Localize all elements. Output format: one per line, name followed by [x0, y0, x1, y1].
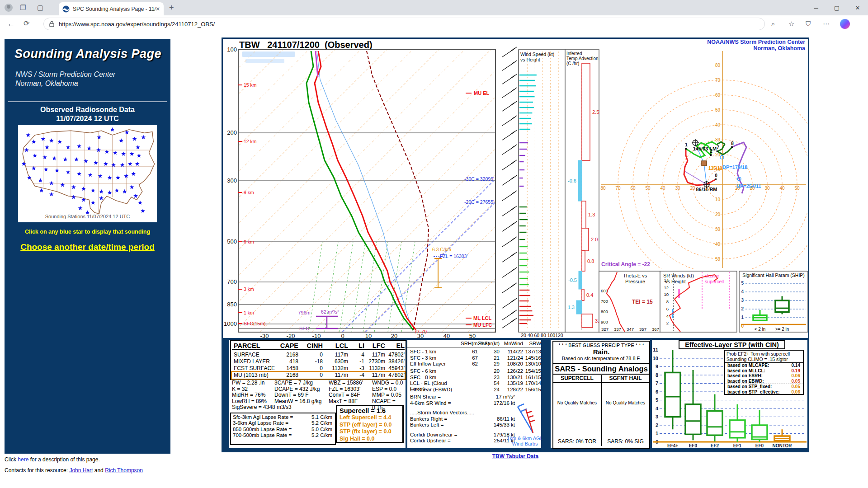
profile-avatar[interactable]: [5, 4, 13, 12]
footer-desc-post: for a description of this page.: [28, 456, 99, 463]
tab-group-icon[interactable]: ❐: [20, 4, 26, 11]
back-button[interactable]: ←: [7, 20, 15, 28]
parcel-header-cell: LFC: [365, 342, 386, 349]
tei-label: TEI = 15: [632, 299, 653, 305]
contact-john-hart-link[interactable]: John Hart: [69, 467, 93, 474]
parcel-header-cell: LCL: [324, 342, 349, 349]
collections-icon[interactable]: ⛉: [806, 20, 811, 27]
index-value: WBZ = 15886': [329, 380, 363, 386]
refresh-button[interactable]: ⟳: [24, 20, 29, 27]
index-value: MMP = 0.05: [372, 392, 406, 398]
supercell-box: Supercell = 1.6 Left Supercell = 4.4STP …: [336, 405, 404, 443]
kin-row: SFC - 3 km6721121/24145/16: [407, 355, 541, 361]
copilot-icon[interactable]: [840, 19, 850, 29]
vertical-tabs-icon[interactable]: ▢: [37, 4, 43, 11]
svg-text:-30: -30: [260, 333, 269, 338]
svg-text:0.4: 0.4: [586, 292, 593, 298]
svg-text:1: 1: [685, 142, 688, 147]
index-value: WNDG = 0.0: [372, 380, 406, 386]
svg-text:10: 10: [365, 333, 372, 338]
zoom-icon[interactable]: ⌕: [771, 20, 775, 27]
kin-header-cell: SRH(m2/s2): [461, 341, 478, 346]
svg-text:60: 60: [715, 93, 721, 98]
left-mover-label: 145/33 LM: [693, 146, 717, 151]
tab-close-icon[interactable]: ✕: [156, 6, 160, 12]
svg-text:300: 300: [227, 177, 237, 184]
choose-datetime-wrap: Choose another date/time period: [5, 242, 170, 252]
settings-ellipsis-icon[interactable]: ⋯: [823, 20, 830, 27]
mu-el-label: MU EL: [474, 90, 490, 96]
wind-panel-title1: Wind Speed (kt): [520, 52, 554, 57]
sidebar-header: Sounding Analysis Page NWS / Storm Predi…: [8, 42, 167, 102]
contact-rich-thompson-link[interactable]: Rich Thompson: [105, 467, 143, 474]
precip-value: Rain.: [553, 348, 649, 356]
window-minimize-button[interactable]: ─: [806, 0, 826, 15]
kinematics-header: SRH(m2/s2)Shear(kt)MnWindSRW: [407, 341, 541, 347]
bottom-tables: PARCELCAPECINHLCLLILFCEL SURFACE21680117…: [223, 338, 808, 451]
adv-title1: Inferred: [566, 51, 582, 56]
tab-title: SPC Sounding Analysis Page - 11/: [73, 6, 156, 12]
iso-m20-label: -20C = 27655': [464, 199, 494, 205]
choose-datetime-link[interactable]: Choose another date/time period: [20, 242, 155, 252]
lapse-rate-row: 3-6km Agl Lapse Rate =5.2 C/km: [231, 420, 335, 426]
description-link[interactable]: here: [18, 456, 28, 463]
kin-row: SFC - 1 km6130114/22137/13: [407, 349, 541, 355]
sfc-temp-label: 77-79: [414, 329, 427, 334]
wind-axis-labels: 20 40 60 80 100120: [521, 333, 563, 338]
kin-row: SFC - 8 km23130/21161/15: [407, 375, 541, 381]
index-value: ConvT = 84F: [329, 392, 363, 398]
svg-text:1 km: 1 km: [244, 310, 254, 315]
tabular-data-link[interactable]: TBW Tabular Data: [492, 453, 538, 460]
svg-text:20: 20: [391, 333, 397, 338]
kin-header-cell: Shear(kt): [478, 341, 500, 346]
window-close-button[interactable]: ✕: [847, 0, 868, 15]
url-field[interactable]: https://www.spc.noaa.gov/exper/soundings…: [43, 18, 765, 30]
svg-text:-10: -10: [312, 333, 321, 338]
svg-text:357: 357: [639, 327, 646, 332]
data-section-datetime: 11/07/2024 12 UTC: [5, 115, 170, 123]
wind-barb-caption: 1km & 6km AGL Wind Barbs: [502, 436, 547, 446]
parcel-row: MU (1013 mb)21680117m-4117m47802': [232, 372, 405, 379]
right-mover-label: 86/11 RM: [696, 187, 717, 192]
svg-text:10: 10: [653, 356, 658, 361]
sars-nomatch-hail: No Quality Matches: [602, 400, 649, 405]
sounding-station-map[interactable]: Sounding Stations 11/07/2024 12 UTC: [18, 125, 157, 222]
window-maximize-button[interactable]: ▢: [826, 0, 847, 15]
browser-tab[interactable]: SPC Sounding Analysis Page - 11/ ✕: [59, 2, 164, 15]
svg-text:6: 6: [656, 389, 658, 394]
supercell-param: Left Supercell = 4.4: [340, 414, 402, 422]
kinematics-panel: SRH(m2/s2)Shear(kt)MnWindSRW SFC - 1 km6…: [406, 339, 542, 449]
height-labels: 15 km12 km9 km6 km3 km1 kmSFC(15m): [238, 82, 265, 326]
svg-text:EF4+: EF4+: [667, 443, 678, 448]
stp-legend-row: based on MLCAPE:0.14: [725, 363, 803, 368]
svg-text:2: 2: [656, 422, 658, 428]
kin-header-cell: SRW: [523, 341, 541, 346]
adv-title2: Temp Advection: [566, 56, 599, 61]
kin-row: Eff Inflow Layer6229108/20130/10: [407, 361, 541, 367]
new-tab-button[interactable]: +: [169, 4, 174, 12]
us-map[interactable]: [18, 125, 157, 214]
svg-text:7: 7: [717, 145, 719, 150]
kin-misc-row: Bunkers Right =86/11 kt: [407, 416, 515, 422]
lapse-rate-row: Sfc-3km Agl Lapse Rate =5.1 C/km: [231, 413, 335, 420]
favorite-star-icon[interactable]: ☆: [788, 20, 794, 27]
svg-text:40: 40: [779, 186, 785, 191]
srw-note2: supercell: [705, 279, 724, 284]
svg-text:>= 2 in: >= 2 in: [775, 327, 789, 332]
supercell-param: Sig Hail = 0.0: [340, 436, 402, 443]
svg-text:100: 100: [227, 46, 237, 53]
hodograph-axis-labels: 8070605040302010102030405010203040506070…: [600, 63, 800, 262]
stp-panel: Effective-Layer STP (with CIN) 111098765…: [651, 339, 808, 449]
lapse-rate-row: 700-500mb Lapse Rate =5.2 C/km: [231, 432, 335, 438]
svg-text:4: 4: [741, 289, 744, 294]
svg-text:50: 50: [794, 186, 800, 191]
temperature-labels: -30-20-1001020304050: [260, 333, 476, 338]
parcel-header-cell: EL: [386, 342, 406, 349]
svg-text:40: 40: [715, 122, 721, 127]
footer-contacts: Contacts for this resource: John Hart an…: [5, 467, 143, 474]
svg-text:30: 30: [764, 186, 770, 191]
index-value: ESP = 0.0: [372, 386, 406, 392]
svg-text:900: 900: [601, 319, 608, 324]
svg-text:850: 850: [227, 301, 237, 308]
iso-m30-label: -30C = 32099': [464, 176, 494, 182]
